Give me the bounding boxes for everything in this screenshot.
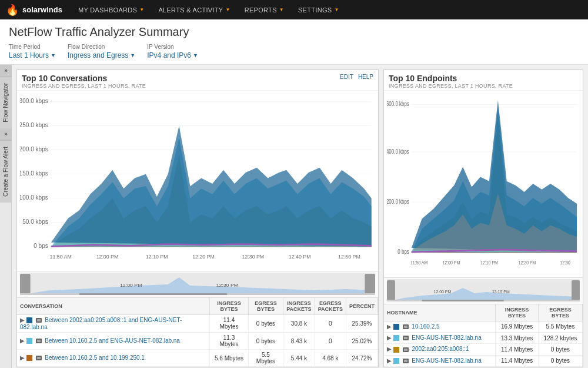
egress-bytes-cell: 0 bytes (248, 333, 283, 350)
hostname-link[interactable]: 2002:aa0:205:a008::1 (412, 346, 469, 352)
server-icon (35, 337, 42, 344)
nav-alerts-activity[interactable]: ALERTS & ACTIVITY ▼ (151, 0, 237, 19)
svg-rect-37 (37, 357, 41, 359)
conversations-chart: 300.0 kbps 250.0 kbps 200.0 kbps 150.0 k… (17, 91, 378, 271)
svg-text:13:15 PM: 13:15 PM (492, 290, 510, 294)
svg-text:11:50 AM: 11:50 AM (50, 254, 72, 260)
row-expand-icon[interactable]: ▶ (20, 354, 25, 361)
time-period-value[interactable]: Last 1 Hours ▼ (9, 51, 56, 59)
percent-cell: 25.39% (346, 314, 377, 332)
svg-text:200.0 kbps: 200.0 kbps (387, 198, 409, 205)
egress-packets-cell: 0 (315, 314, 346, 332)
svg-rect-26 (20, 274, 31, 294)
egress-bytes-cell: 0 bytes (248, 314, 283, 332)
row-expand-icon[interactable]: ▶ (387, 323, 392, 330)
row-color-indicator (26, 338, 32, 344)
nav-reports[interactable]: REPORTS ▼ (238, 0, 291, 19)
col-hostname: HOSTNAME (384, 304, 496, 321)
svg-text:250.0 kbps: 250.0 kbps (20, 121, 48, 128)
nav-settings[interactable]: SETTINGS ▼ (291, 0, 346, 19)
ingress-packets-cell: 5.44 k (283, 350, 315, 367)
flow-direction-label: Flow Direction (68, 44, 135, 50)
svg-text:12:40 PM: 12:40 PM (289, 254, 311, 260)
conversation-cell: ▶ Between 10.160.2.5 and ENG-AUS-NET-082… (17, 333, 210, 350)
col-egress-bytes: EGRESSBYTES (248, 298, 283, 315)
server-icon (35, 354, 42, 362)
table-row: ▶ ENG-AUS-NET-082.lab.na 13.3 Mbytes 128… (384, 332, 583, 343)
panel-actions: EDIT HELP (340, 74, 373, 80)
ip-version-value[interactable]: IPv4 and IPv6 ▼ (147, 51, 198, 59)
table-row: ▶ 10.160.2.5 16.9 Mbytes 5.5 Mbytes (384, 321, 583, 332)
hostname-cell: ▶ ENG-AUS-NET-082.lab.na (384, 332, 496, 343)
hostname-link[interactable]: ENG-AUS-NET-082.lab.na (412, 334, 481, 341)
conversation-cell: ▶ Between 10.160.2.5 and 10.199.250.1 (17, 350, 210, 367)
server-icon (35, 317, 42, 324)
help-button[interactable]: HELP (358, 74, 373, 80)
svg-text:12:50 PM: 12:50 PM (338, 254, 360, 260)
row-expand-icon[interactable]: ▶ (387, 334, 392, 341)
row-expand-icon[interactable]: ▶ (20, 317, 25, 323)
flow-direction-value[interactable]: Ingress and Egress ▼ (68, 51, 135, 59)
endpoints-panel-header: Top 10 Endpoints INGRESS AND EGRESS, LAS… (384, 70, 583, 91)
ingress-bytes-ep-cell: 11.4 Mbytes (496, 344, 539, 355)
nav-my-dashboards[interactable]: MY DASHBOARDS ▼ (71, 0, 152, 19)
hostname-link[interactable]: ENG-AUS-NET-082.lab.na (412, 357, 481, 364)
row-expand-icon[interactable]: ▶ (387, 357, 392, 364)
egress-bytes-ep-cell: 5.5 Mbytes (538, 321, 582, 332)
top-conversations-panel: Top 10 Conversations INGRESS AND EGRESS,… (16, 69, 379, 367)
conversation-link[interactable]: Between 2002:aa0:205:a008::1 and ENG-AUS… (20, 317, 182, 330)
svg-rect-31 (79, 293, 228, 295)
svg-rect-57 (387, 280, 395, 300)
conversations-table: CONVERSATION INGRESSBYTES EGRESSBYTES IN… (17, 297, 378, 367)
col-egress-bytes-ep: EGRESSBYTES (538, 304, 582, 321)
flow-navigator-tab[interactable]: Flow Navigator (0, 77, 11, 128)
conversations-scroll-chart[interactable]: 12:00 PM 12:30 PM (17, 271, 378, 297)
endpoints-scroll-chart[interactable]: 12:00 PM 13:15 PM (384, 277, 583, 304)
egress-bytes-cell: 5.5 Mbytes (248, 350, 283, 367)
side-tabs: » Flow Navigator » Create a Flow Alert (0, 65, 12, 368)
conversation-link[interactable]: Between 10.160.2.5 and ENG-AUS-NET-082.l… (45, 337, 180, 344)
conversation-link[interactable]: Between 10.160.2.5 and 10.199.250.1 (45, 354, 145, 361)
row-expand-icon[interactable]: ▶ (387, 346, 392, 352)
hostname-cell: ▶ 10.160.2.5 (384, 321, 496, 332)
endpoints-chart: 600.0 kbps 400.0 kbps 200.0 kbps 0 bps (384, 91, 583, 277)
edit-button[interactable]: EDIT (340, 74, 353, 80)
ingress-bytes-ep-cell: 13.3 Mbytes (496, 332, 539, 343)
time-period-filter: Time Period Last 1 Hours ▼ (9, 44, 56, 59)
row-expand-icon[interactable]: ▶ (20, 337, 25, 344)
egress-bytes-ep-cell: 0 bytes (538, 344, 582, 355)
egress-bytes-ep-cell: 0 bytes (538, 355, 582, 366)
col-egress-packets: EGRESSPACKETS (315, 298, 346, 315)
row-color-indicator (26, 355, 32, 361)
chevron-down-icon: ▼ (130, 52, 135, 58)
content-area: Top 10 Conversations INGRESS AND EGRESS,… (12, 65, 588, 368)
create-alert-toggle[interactable]: » (0, 128, 12, 140)
conversations-scroll-svg: 12:00 PM 12:30 PM (20, 273, 375, 295)
table-row: ▶ ENG-AUS-NET-082.lab.na 11.4 Mbytes 0 b… (384, 355, 583, 366)
conversations-panel-title: Top 10 Conversations (22, 74, 146, 83)
chevron-down-icon: ▼ (225, 7, 230, 12)
egress-bytes-ep-cell: 128.2 kbytes (538, 332, 582, 343)
egress-packets-cell: 0 (315, 333, 346, 350)
server-icon (402, 334, 409, 342)
chevron-down-icon: ▼ (139, 7, 144, 12)
conversation-cell: ▶ Between 2002:aa0:205:a008::1 and ENG-A… (17, 314, 210, 332)
time-period-label: Time Period (9, 44, 56, 50)
create-flow-alert-tab[interactable]: Create a Flow Alert (0, 140, 11, 203)
svg-text:600.0 kbps: 600.0 kbps (387, 100, 409, 108)
conversations-data-table: CONVERSATION INGRESSBYTES EGRESSBYTES IN… (17, 298, 378, 367)
flow-navigator-toggle[interactable]: » (0, 65, 12, 77)
endpoints-scroll-svg: 12:00 PM 13:15 PM (387, 279, 580, 301)
egress-packets-cell: 4.68 k (315, 350, 346, 367)
endpoints-table: HOSTNAME INGRESSBYTES EGRESSBYTES ▶ 10.1… (384, 304, 583, 367)
server-icon (402, 357, 409, 364)
col-conversation: CONVERSATION (17, 298, 210, 315)
logo[interactable]: 🔥 solarwinds (6, 4, 62, 16)
percent-cell: 25.02% (346, 333, 377, 350)
row-color-indicator (26, 317, 32, 323)
svg-text:12:10 PM: 12:10 PM (146, 254, 168, 260)
hostname-link[interactable]: 10.160.2.5 (412, 323, 439, 330)
endpoints-data-table: HOSTNAME INGRESSBYTES EGRESSBYTES ▶ 10.1… (384, 304, 583, 367)
svg-text:12:30 PM: 12:30 PM (216, 283, 239, 287)
flow-direction-filter: Flow Direction Ingress and Egress ▼ (68, 44, 135, 59)
